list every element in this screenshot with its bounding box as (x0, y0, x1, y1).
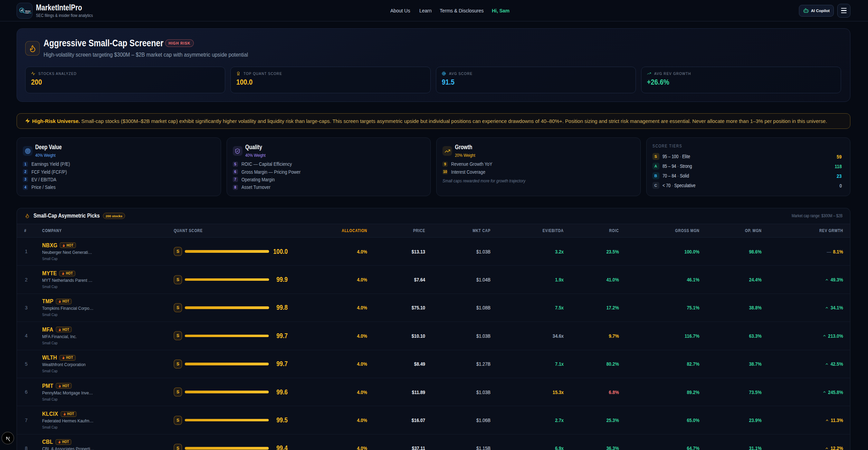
svg-text:IntelPro: IntelPro (25, 12, 31, 14)
svg-text:Market: Market (25, 10, 31, 12)
